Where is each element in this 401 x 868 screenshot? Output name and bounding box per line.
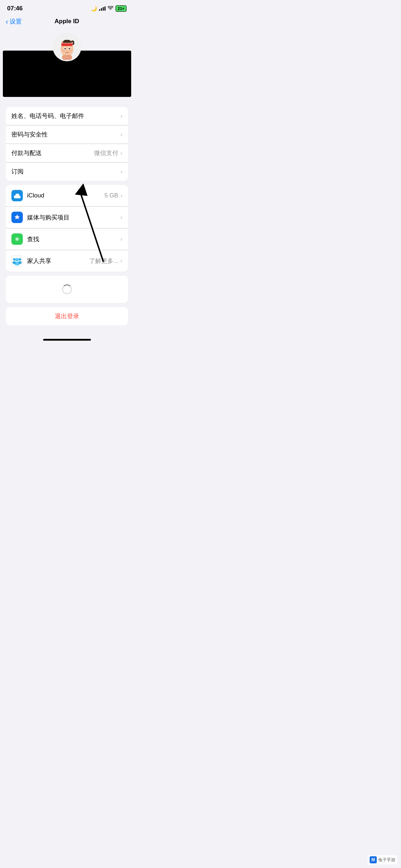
status-icons: 🌙 21+ — [91, 5, 127, 12]
password-security-row[interactable]: 密码与安全性 › — [6, 125, 128, 144]
payment-shipping-value: 微信支付 — [94, 149, 118, 157]
svg-rect-10 — [62, 55, 72, 60]
logout-button[interactable]: 退出登录 — [6, 307, 128, 325]
settings-group-2: iCloud 5 GB › 媒体与购买项目 › 查找 › — [6, 185, 128, 272]
name-phone-email-row[interactable]: 姓名、电话号码、电子邮件 › — [6, 107, 128, 125]
media-purchases-row[interactable]: 媒体与购买项目 › — [6, 207, 128, 228]
chevron-icon: › — [120, 258, 122, 264]
loading-section — [6, 276, 128, 303]
back-button[interactable]: ‹ 设置 — [6, 17, 22, 26]
payment-shipping-row[interactable]: 付款与配送 微信支付 › — [6, 144, 128, 162]
svg-point-6 — [64, 48, 66, 50]
battery-indicator: 21+ — [115, 5, 127, 12]
chevron-icon: › — [120, 169, 122, 175]
findmy-row[interactable]: 查找 › — [6, 228, 128, 250]
findmy-label: 查找 — [27, 235, 120, 243]
svg-point-7 — [68, 48, 70, 50]
svg-point-18 — [13, 258, 16, 261]
svg-point-8 — [62, 50, 65, 52]
nav-bar: ‹ 设置 Apple ID — [0, 15, 134, 29]
signal-icon — [99, 6, 106, 11]
svg-point-13 — [17, 239, 17, 239]
chevron-icon: › — [120, 236, 122, 242]
svg-point-19 — [12, 261, 16, 264]
logout-label: 退出登录 — [55, 312, 79, 320]
icloud-icon — [11, 190, 23, 201]
family-sharing-row[interactable]: 家人共享 了解更多... › — [6, 250, 128, 272]
svg-point-17 — [18, 261, 22, 264]
chevron-icon: › — [120, 150, 122, 156]
chevron-icon: › — [120, 131, 122, 138]
family-icon — [11, 255, 23, 267]
home-indicator — [0, 336, 134, 343]
svg-point-14 — [15, 258, 19, 262]
payment-shipping-label: 付款与配送 — [11, 149, 94, 157]
status-time: 07:46 — [7, 5, 22, 12]
svg-point-16 — [19, 258, 21, 261]
media-purchases-label: 媒体与购买项目 — [27, 213, 120, 222]
logout-section[interactable]: 退出登录 — [6, 307, 128, 325]
chevron-icon: › — [120, 113, 122, 119]
icloud-row[interactable]: iCloud 5 GB › — [6, 185, 128, 207]
back-chevron-icon: ‹ — [6, 18, 8, 25]
subscriptions-row[interactable]: 订阅 › — [6, 162, 128, 181]
family-sharing-value: 了解更多... — [89, 257, 118, 265]
password-security-label: 密码与安全性 — [11, 130, 120, 139]
avatar[interactable] — [53, 33, 81, 61]
icloud-value: 5 GB — [104, 192, 118, 199]
name-phone-email-label: 姓名、电话号码、电子邮件 — [11, 112, 120, 120]
appstore-icon — [11, 212, 23, 223]
settings-group-1: 姓名、电话号码、电子邮件 › 密码与安全性 › 付款与配送 微信支付 › 订阅 … — [6, 107, 128, 181]
chevron-icon: › — [120, 214, 122, 221]
svg-rect-3 — [61, 43, 73, 46]
icloud-label: iCloud — [27, 192, 104, 199]
profile-section — [0, 29, 134, 103]
findmy-icon — [11, 233, 23, 245]
back-label: 设置 — [10, 17, 22, 26]
chevron-icon: › — [120, 192, 122, 199]
subscriptions-label: 订阅 — [11, 167, 120, 176]
home-bar — [43, 339, 91, 341]
svg-point-9 — [69, 50, 72, 52]
page-title: Apple ID — [55, 18, 79, 25]
loading-spinner — [62, 284, 72, 294]
status-bar: 07:46 🌙 21+ — [0, 0, 134, 15]
moon-icon: 🌙 — [91, 6, 97, 11]
family-sharing-label: 家人共享 — [27, 257, 89, 265]
wifi-icon — [108, 6, 113, 11]
